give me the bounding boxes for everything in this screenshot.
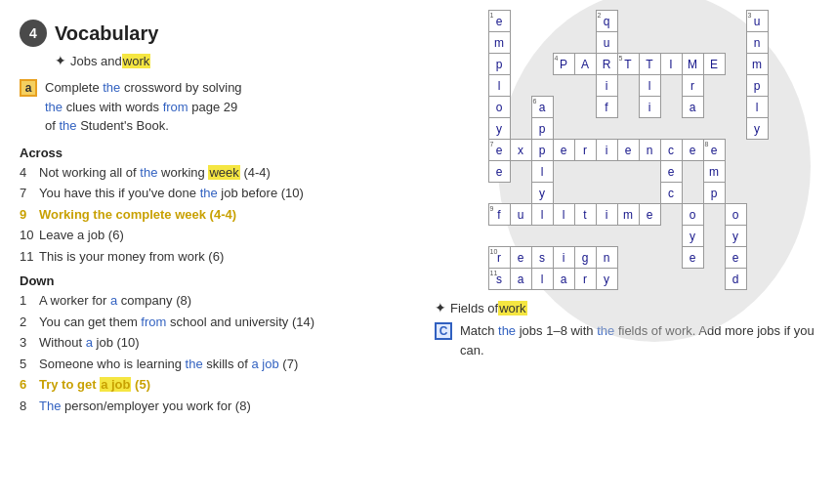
cell-6-3: p bbox=[531, 118, 553, 140]
cell-5-6: f bbox=[596, 97, 617, 118]
clue-text-9: Working the complete week (4-4) bbox=[39, 205, 236, 225]
clue-text-d3: Without a job (10) bbox=[39, 333, 140, 353]
cell-5-1: o bbox=[488, 97, 510, 118]
cell-13-1: 11s bbox=[488, 269, 510, 290]
cell-5-10: a bbox=[682, 97, 703, 118]
cell-11-10: y bbox=[682, 226, 703, 247]
empty bbox=[510, 11, 531, 32]
cell-12-6: n bbox=[596, 247, 617, 269]
grid-row-9: y c p bbox=[488, 183, 768, 204]
clue-num-d8: 8 bbox=[20, 397, 39, 416]
star-icon: ✦ bbox=[55, 53, 66, 68]
cell-7-7: e bbox=[617, 140, 639, 161]
cell-7-10: e bbox=[682, 140, 703, 161]
across-clues: 4 Not working all of the working week (4… bbox=[20, 163, 400, 267]
cell-10-8: e bbox=[639, 204, 660, 226]
cell-5-3: 6a bbox=[531, 97, 553, 118]
clue-down-2: 2 You can get them from school and unive… bbox=[20, 313, 400, 332]
cell-1-1: 1e bbox=[488, 11, 510, 32]
clue-text-11: This is your money from work (6) bbox=[39, 247, 224, 267]
down-clues: 1 A worker for a company (8) 2 You can g… bbox=[20, 291, 400, 415]
fields-label: C bbox=[435, 322, 452, 340]
section-a-label: a bbox=[20, 79, 37, 97]
subtitle-highlight: work bbox=[122, 54, 150, 68]
clue-across-11: 11 This is your money from work (6) bbox=[20, 247, 400, 267]
vocab-header: 4 Vocabulary bbox=[20, 20, 400, 47]
cell-3-11: E bbox=[703, 54, 725, 75]
down-title: Down bbox=[20, 273, 400, 288]
subtitle-text: Jobs and bbox=[70, 54, 122, 68]
cell-12-1: 10r bbox=[488, 247, 510, 269]
grid-row-12: 10r e s i g n e e bbox=[488, 247, 768, 269]
empty bbox=[660, 11, 682, 32]
crossword-container: 1e 2q 3u bbox=[488, 10, 769, 290]
cell-3-8: T bbox=[639, 54, 660, 75]
clue-across-4: 4 Not working all of the working week (4… bbox=[20, 163, 400, 183]
cell-12-5: g bbox=[574, 247, 596, 269]
empty bbox=[682, 11, 703, 32]
clue-down-6: 6 Try to get a job (5) bbox=[20, 375, 400, 395]
clue-num-7: 7 bbox=[20, 184, 39, 203]
cell-13-5: r bbox=[574, 269, 596, 290]
cell-8-9: e bbox=[660, 161, 682, 183]
clue-text-10: Leave a job (6) bbox=[39, 226, 124, 245]
cell-1-13: 3u bbox=[746, 11, 768, 32]
grid-row-13: 11s a l a r y d bbox=[488, 269, 768, 290]
across-title: Across bbox=[20, 146, 400, 160]
crossword-table: 1e 2q 3u bbox=[488, 10, 769, 290]
cell-9-3: y bbox=[531, 183, 553, 204]
cell-7-2: x bbox=[510, 140, 531, 161]
grid-row-11: y y bbox=[488, 226, 768, 247]
fields-header-highlight: work bbox=[498, 301, 526, 315]
cell-13-6: y bbox=[596, 269, 617, 290]
cell-8-11: m bbox=[703, 161, 725, 183]
cell-11-12: y bbox=[725, 226, 746, 247]
empty bbox=[703, 11, 725, 32]
cell-10-7: m bbox=[617, 204, 639, 226]
cell-10-2: u bbox=[510, 204, 531, 226]
empty bbox=[553, 11, 574, 32]
clue-text-7: You have this if you've done the job bef… bbox=[39, 184, 304, 203]
clue-text-d2: You can get them from school and univers… bbox=[39, 313, 314, 332]
cell-7-8: n bbox=[639, 140, 660, 161]
clue-text-d8: The person/employer you work for (8) bbox=[39, 397, 251, 416]
cell-13-4: a bbox=[553, 269, 574, 290]
cell-13-12: d bbox=[725, 269, 746, 290]
cell-2-6: u bbox=[596, 32, 617, 54]
cell-13-3: l bbox=[531, 269, 553, 290]
grid-row-3: p 4P A R 5T T I M E m bbox=[488, 54, 768, 75]
cell-3-10: M bbox=[682, 54, 703, 75]
cell-9-11: p bbox=[703, 183, 725, 204]
grid-row-1: 1e 2q 3u bbox=[488, 11, 768, 32]
cell-12-4: i bbox=[553, 247, 574, 269]
left-panel: 4 Vocabulary ✦ Jobs and work a Complete … bbox=[0, 0, 420, 504]
clue-text-d5: Someone who is learning the skills of a … bbox=[39, 355, 298, 374]
cell-4-1: l bbox=[488, 75, 510, 97]
cell-7-4: e bbox=[553, 140, 574, 161]
grid-row-10: 9f u l l t i m e o o bbox=[488, 204, 768, 226]
cell-3-7: 5T bbox=[617, 54, 639, 75]
cell-7-1: 7e bbox=[488, 140, 510, 161]
grid-row-7: 7e x p e r i e n c e 8e bbox=[488, 140, 768, 161]
clue-num-d3: 3 bbox=[20, 333, 39, 353]
clue-across-10: 10 Leave a job (6) bbox=[20, 226, 400, 245]
vocab-subtitle: ✦ Jobs and work bbox=[20, 53, 400, 68]
clue-num-d6: 6 bbox=[20, 375, 39, 395]
empty bbox=[639, 11, 660, 32]
cell-3-1: p bbox=[488, 54, 510, 75]
cell-10-6: i bbox=[596, 204, 617, 226]
section-a: a Complete the crossword by solving the … bbox=[20, 78, 400, 136]
cell-1-6: 2q bbox=[596, 11, 617, 32]
empty bbox=[574, 11, 596, 32]
right-panel: 1e 2q 3u bbox=[420, 0, 836, 504]
clue-text-d6: Try to get a job (5) bbox=[39, 375, 150, 395]
cell-13-2: a bbox=[510, 269, 531, 290]
grid-row-4: l i l r p bbox=[488, 75, 768, 97]
cell-10-12: o bbox=[725, 204, 746, 226]
cell-7-9: c bbox=[660, 140, 682, 161]
cell-10-1: 9f bbox=[488, 204, 510, 226]
cell-4-13: p bbox=[746, 75, 768, 97]
cell-6-13: y bbox=[746, 118, 768, 140]
cell-7-5: r bbox=[574, 140, 596, 161]
cell-8-1: e bbox=[488, 161, 510, 183]
